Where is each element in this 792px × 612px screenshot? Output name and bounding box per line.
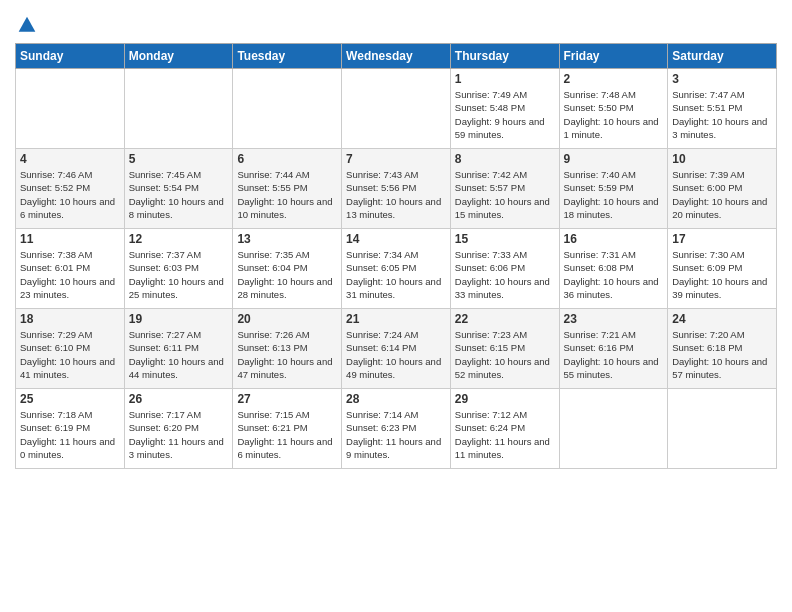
day-number: 13 bbox=[237, 232, 337, 246]
day-number: 26 bbox=[129, 392, 229, 406]
calendar-header-sunday: Sunday bbox=[16, 44, 125, 69]
calendar-cell: 10Sunrise: 7:39 AM Sunset: 6:00 PM Dayli… bbox=[668, 149, 777, 229]
day-number: 10 bbox=[672, 152, 772, 166]
day-number: 14 bbox=[346, 232, 446, 246]
day-info: Sunrise: 7:44 AM Sunset: 5:55 PM Dayligh… bbox=[237, 168, 337, 221]
day-number: 25 bbox=[20, 392, 120, 406]
day-number: 6 bbox=[237, 152, 337, 166]
calendar-cell: 22Sunrise: 7:23 AM Sunset: 6:15 PM Dayli… bbox=[450, 309, 559, 389]
day-info: Sunrise: 7:40 AM Sunset: 5:59 PM Dayligh… bbox=[564, 168, 664, 221]
main-container: SundayMondayTuesdayWednesdayThursdayFrid… bbox=[0, 0, 792, 479]
calendar-cell bbox=[233, 69, 342, 149]
day-number: 11 bbox=[20, 232, 120, 246]
day-info: Sunrise: 7:27 AM Sunset: 6:11 PM Dayligh… bbox=[129, 328, 229, 381]
day-number: 9 bbox=[564, 152, 664, 166]
calendar-cell: 6Sunrise: 7:44 AM Sunset: 5:55 PM Daylig… bbox=[233, 149, 342, 229]
logo-icon bbox=[17, 15, 37, 35]
calendar-cell: 20Sunrise: 7:26 AM Sunset: 6:13 PM Dayli… bbox=[233, 309, 342, 389]
calendar-week-5: 25Sunrise: 7:18 AM Sunset: 6:19 PM Dayli… bbox=[16, 389, 777, 469]
calendar-cell: 1Sunrise: 7:49 AM Sunset: 5:48 PM Daylig… bbox=[450, 69, 559, 149]
calendar-cell: 11Sunrise: 7:38 AM Sunset: 6:01 PM Dayli… bbox=[16, 229, 125, 309]
day-number: 12 bbox=[129, 232, 229, 246]
calendar-cell: 23Sunrise: 7:21 AM Sunset: 6:16 PM Dayli… bbox=[559, 309, 668, 389]
calendar-cell: 19Sunrise: 7:27 AM Sunset: 6:11 PM Dayli… bbox=[124, 309, 233, 389]
calendar-cell: 7Sunrise: 7:43 AM Sunset: 5:56 PM Daylig… bbox=[342, 149, 451, 229]
day-info: Sunrise: 7:45 AM Sunset: 5:54 PM Dayligh… bbox=[129, 168, 229, 221]
calendar-cell: 15Sunrise: 7:33 AM Sunset: 6:06 PM Dayli… bbox=[450, 229, 559, 309]
day-number: 5 bbox=[129, 152, 229, 166]
day-number: 3 bbox=[672, 72, 772, 86]
calendar-cell: 9Sunrise: 7:40 AM Sunset: 5:59 PM Daylig… bbox=[559, 149, 668, 229]
calendar-cell: 17Sunrise: 7:30 AM Sunset: 6:09 PM Dayli… bbox=[668, 229, 777, 309]
day-info: Sunrise: 7:49 AM Sunset: 5:48 PM Dayligh… bbox=[455, 88, 555, 141]
day-number: 8 bbox=[455, 152, 555, 166]
day-info: Sunrise: 7:23 AM Sunset: 6:15 PM Dayligh… bbox=[455, 328, 555, 381]
day-number: 24 bbox=[672, 312, 772, 326]
calendar-cell: 18Sunrise: 7:29 AM Sunset: 6:10 PM Dayli… bbox=[16, 309, 125, 389]
day-number: 17 bbox=[672, 232, 772, 246]
day-info: Sunrise: 7:24 AM Sunset: 6:14 PM Dayligh… bbox=[346, 328, 446, 381]
day-number: 21 bbox=[346, 312, 446, 326]
day-info: Sunrise: 7:33 AM Sunset: 6:06 PM Dayligh… bbox=[455, 248, 555, 301]
day-number: 23 bbox=[564, 312, 664, 326]
day-number: 20 bbox=[237, 312, 337, 326]
calendar-cell: 4Sunrise: 7:46 AM Sunset: 5:52 PM Daylig… bbox=[16, 149, 125, 229]
calendar-cell: 26Sunrise: 7:17 AM Sunset: 6:20 PM Dayli… bbox=[124, 389, 233, 469]
calendar-cell: 27Sunrise: 7:15 AM Sunset: 6:21 PM Dayli… bbox=[233, 389, 342, 469]
calendar-cell: 8Sunrise: 7:42 AM Sunset: 5:57 PM Daylig… bbox=[450, 149, 559, 229]
day-info: Sunrise: 7:48 AM Sunset: 5:50 PM Dayligh… bbox=[564, 88, 664, 141]
day-info: Sunrise: 7:42 AM Sunset: 5:57 PM Dayligh… bbox=[455, 168, 555, 221]
day-info: Sunrise: 7:12 AM Sunset: 6:24 PM Dayligh… bbox=[455, 408, 555, 461]
calendar-header-friday: Friday bbox=[559, 44, 668, 69]
logo bbox=[15, 15, 37, 35]
calendar-cell: 21Sunrise: 7:24 AM Sunset: 6:14 PM Dayli… bbox=[342, 309, 451, 389]
day-info: Sunrise: 7:26 AM Sunset: 6:13 PM Dayligh… bbox=[237, 328, 337, 381]
day-info: Sunrise: 7:30 AM Sunset: 6:09 PM Dayligh… bbox=[672, 248, 772, 301]
calendar-cell: 16Sunrise: 7:31 AM Sunset: 6:08 PM Dayli… bbox=[559, 229, 668, 309]
day-number: 1 bbox=[455, 72, 555, 86]
calendar-cell: 3Sunrise: 7:47 AM Sunset: 5:51 PM Daylig… bbox=[668, 69, 777, 149]
day-number: 15 bbox=[455, 232, 555, 246]
calendar-header-wednesday: Wednesday bbox=[342, 44, 451, 69]
day-info: Sunrise: 7:21 AM Sunset: 6:16 PM Dayligh… bbox=[564, 328, 664, 381]
calendar-week-3: 11Sunrise: 7:38 AM Sunset: 6:01 PM Dayli… bbox=[16, 229, 777, 309]
calendar-cell: 25Sunrise: 7:18 AM Sunset: 6:19 PM Dayli… bbox=[16, 389, 125, 469]
calendar-header-row: SundayMondayTuesdayWednesdayThursdayFrid… bbox=[16, 44, 777, 69]
day-number: 29 bbox=[455, 392, 555, 406]
day-info: Sunrise: 7:14 AM Sunset: 6:23 PM Dayligh… bbox=[346, 408, 446, 461]
day-info: Sunrise: 7:34 AM Sunset: 6:05 PM Dayligh… bbox=[346, 248, 446, 301]
day-number: 22 bbox=[455, 312, 555, 326]
calendar-cell bbox=[559, 389, 668, 469]
calendar-cell: 29Sunrise: 7:12 AM Sunset: 6:24 PM Dayli… bbox=[450, 389, 559, 469]
day-number: 2 bbox=[564, 72, 664, 86]
day-number: 19 bbox=[129, 312, 229, 326]
day-number: 16 bbox=[564, 232, 664, 246]
calendar-table: SundayMondayTuesdayWednesdayThursdayFrid… bbox=[15, 43, 777, 469]
day-info: Sunrise: 7:15 AM Sunset: 6:21 PM Dayligh… bbox=[237, 408, 337, 461]
day-info: Sunrise: 7:38 AM Sunset: 6:01 PM Dayligh… bbox=[20, 248, 120, 301]
calendar-week-2: 4Sunrise: 7:46 AM Sunset: 5:52 PM Daylig… bbox=[16, 149, 777, 229]
day-info: Sunrise: 7:47 AM Sunset: 5:51 PM Dayligh… bbox=[672, 88, 772, 141]
calendar-cell: 24Sunrise: 7:20 AM Sunset: 6:18 PM Dayli… bbox=[668, 309, 777, 389]
day-number: 27 bbox=[237, 392, 337, 406]
day-number: 7 bbox=[346, 152, 446, 166]
day-number: 28 bbox=[346, 392, 446, 406]
day-number: 4 bbox=[20, 152, 120, 166]
day-info: Sunrise: 7:29 AM Sunset: 6:10 PM Dayligh… bbox=[20, 328, 120, 381]
day-info: Sunrise: 7:46 AM Sunset: 5:52 PM Dayligh… bbox=[20, 168, 120, 221]
calendar-header-tuesday: Tuesday bbox=[233, 44, 342, 69]
calendar-cell: 5Sunrise: 7:45 AM Sunset: 5:54 PM Daylig… bbox=[124, 149, 233, 229]
calendar-cell bbox=[16, 69, 125, 149]
day-number: 18 bbox=[20, 312, 120, 326]
day-info: Sunrise: 7:18 AM Sunset: 6:19 PM Dayligh… bbox=[20, 408, 120, 461]
calendar-cell: 14Sunrise: 7:34 AM Sunset: 6:05 PM Dayli… bbox=[342, 229, 451, 309]
header bbox=[15, 10, 777, 35]
calendar-cell bbox=[342, 69, 451, 149]
calendar-cell bbox=[668, 389, 777, 469]
calendar-week-4: 18Sunrise: 7:29 AM Sunset: 6:10 PM Dayli… bbox=[16, 309, 777, 389]
calendar-cell: 12Sunrise: 7:37 AM Sunset: 6:03 PM Dayli… bbox=[124, 229, 233, 309]
svg-marker-0 bbox=[19, 17, 36, 32]
calendar-header-thursday: Thursday bbox=[450, 44, 559, 69]
day-info: Sunrise: 7:20 AM Sunset: 6:18 PM Dayligh… bbox=[672, 328, 772, 381]
day-info: Sunrise: 7:17 AM Sunset: 6:20 PM Dayligh… bbox=[129, 408, 229, 461]
